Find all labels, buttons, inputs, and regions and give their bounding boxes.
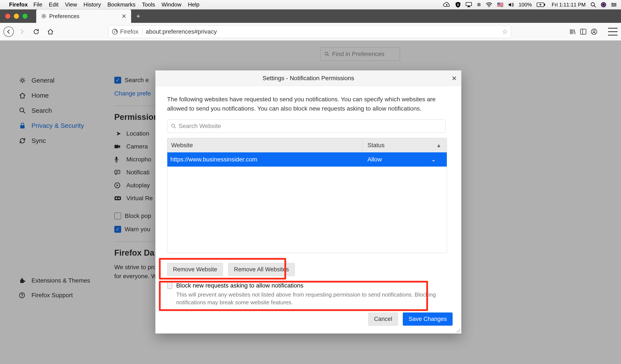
sort-asc-icon: ▴	[437, 142, 440, 149]
bookmark-star-icon[interactable]: ☆	[502, 28, 508, 35]
macos-menubar: Firefox File Edit View History Bookmarks…	[0, 0, 621, 10]
svg-point-2	[489, 6, 489, 7]
window-zoom-button[interactable]	[22, 14, 28, 19]
remove-all-websites-button[interactable]: Remove All Websites	[228, 263, 295, 276]
shield5-icon[interactable]: 5	[455, 2, 461, 8]
notification-permissions-modal: Settings - Notification Permissions ✕ Th…	[155, 70, 461, 334]
nav-toolbar: Firefox about:preferences#privacy ☆	[0, 23, 621, 41]
resize-handle-icon[interactable]	[456, 328, 460, 332]
app-menu-button[interactable]	[608, 28, 618, 35]
account-icon[interactable]	[591, 29, 597, 35]
control-center-icon[interactable]	[611, 3, 617, 7]
flag-us-icon[interactable]: 🇺🇸	[497, 2, 503, 8]
svg-point-6	[601, 2, 606, 7]
tab-title: Preferences	[49, 13, 79, 20]
urlbar-url: about:preferences#privacy	[146, 28, 217, 35]
cancel-button[interactable]: Cancel	[368, 313, 398, 326]
menu-view[interactable]: View	[65, 1, 77, 8]
block-new-requests-checkbox[interactable]	[167, 282, 172, 289]
bluetooth-icon[interactable]: ✲	[477, 2, 481, 8]
table-row[interactable]: https://www.businessinsider.com Allow ⌄	[167, 152, 447, 166]
forward-button[interactable]	[16, 26, 28, 38]
tab-preferences[interactable]: Preferences ✕	[36, 10, 131, 23]
modal-header: Settings - Notification Permissions ✕	[155, 70, 461, 86]
cell-status-value: Allow	[367, 156, 382, 163]
cell-status[interactable]: Allow ⌄	[363, 156, 447, 163]
modal-title: Settings - Notification Permissions	[263, 75, 354, 82]
menu-tools[interactable]: Tools	[142, 1, 155, 8]
urlbar-brand: Firefox	[120, 28, 142, 35]
menu-edit[interactable]: Edit	[49, 1, 59, 8]
wifi-icon[interactable]	[486, 2, 492, 7]
battery-percent: 100%	[518, 2, 532, 8]
svg-point-9	[615, 4, 616, 5]
home-button[interactable]	[44, 26, 56, 38]
table-header: Website Status ▴	[167, 138, 447, 152]
window-titlebar: Preferences ✕ +	[0, 10, 621, 23]
menu-window[interactable]: Window	[161, 1, 181, 8]
sidebar-toggle-icon[interactable]	[580, 29, 586, 35]
search-icon	[171, 124, 176, 129]
menu-file[interactable]: File	[34, 1, 42, 8]
table-empty-area	[167, 166, 447, 253]
volume-icon[interactable]	[508, 2, 514, 7]
column-website[interactable]: Website	[167, 138, 363, 152]
menu-bookmarks[interactable]: Bookmarks	[107, 1, 136, 8]
modal-description: The following websites have requested to…	[167, 95, 449, 113]
search-website-input[interactable]: Search Website	[167, 119, 446, 133]
svg-point-10	[613, 5, 614, 6]
svg-rect-4	[544, 4, 545, 6]
svg-rect-13	[581, 29, 586, 34]
back-button[interactable]	[3, 27, 14, 37]
svg-point-8	[612, 3, 613, 4]
column-status[interactable]: Status ▴	[363, 142, 447, 149]
chevron-down-icon: ⌄	[431, 156, 436, 163]
modal-close-icon[interactable]: ✕	[451, 74, 457, 82]
menubar-right: 5 ✲ 🇺🇸 100% Fri 1:11:11 PM	[443, 2, 617, 8]
svg-text:5: 5	[457, 3, 459, 6]
library-icon[interactable]	[569, 29, 576, 35]
firefox-icon	[112, 29, 118, 35]
menu-history[interactable]: History	[84, 1, 101, 8]
reload-button[interactable]	[30, 26, 42, 38]
menu-help[interactable]: Help	[188, 1, 199, 8]
gear-icon	[41, 13, 47, 19]
column-website-label: Website	[171, 142, 193, 149]
svg-point-11	[43, 15, 45, 17]
airplay-icon[interactable]	[466, 2, 472, 8]
close-tab-icon[interactable]: ✕	[121, 13, 126, 20]
new-tab-button[interactable]: +	[133, 11, 143, 21]
app-name[interactable]: Firefox	[9, 1, 28, 8]
save-changes-button[interactable]: Save Changes	[403, 313, 453, 326]
column-status-label: Status	[367, 142, 384, 149]
block-new-requests-desc: This will prevent any websites not liste…	[176, 291, 449, 306]
window-minimize-button[interactable]	[14, 14, 19, 19]
url-bar[interactable]: Firefox about:preferences#privacy ☆	[108, 25, 512, 38]
spotlight-icon[interactable]	[590, 2, 596, 8]
clock[interactable]: Fri 1:11:11 PM	[552, 2, 586, 8]
siri-icon[interactable]	[601, 2, 606, 8]
traffic-lights	[0, 14, 28, 19]
sync-cloud-icon[interactable]	[443, 2, 450, 7]
svg-point-15	[593, 30, 595, 32]
block-new-requests-label: Block new requests asking to allow notif…	[176, 282, 449, 289]
battery-icon[interactable]	[537, 3, 545, 7]
cell-website: https://www.businessinsider.com	[167, 156, 363, 163]
search-website-placeholder: Search Website	[178, 123, 221, 130]
permissions-table: Website Status ▴ https://www.businessins…	[167, 138, 447, 253]
remove-website-button[interactable]: Remove Website	[167, 263, 223, 276]
window-close-button[interactable]	[5, 14, 10, 19]
